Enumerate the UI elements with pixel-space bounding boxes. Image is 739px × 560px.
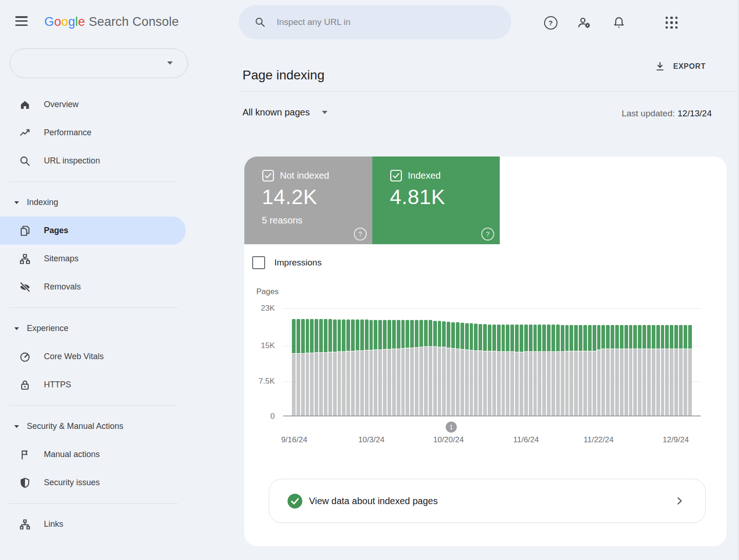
chart-bar[interactable] (679, 325, 683, 415)
chart-bar[interactable] (378, 320, 382, 415)
checkbox-checked-icon[interactable] (262, 169, 274, 182)
chart-bar[interactable] (433, 321, 437, 415)
chart-bar[interactable] (310, 319, 314, 415)
summary-tile-indexed[interactable]: Indexed4.81K? (372, 157, 500, 244)
chart-bar[interactable] (551, 325, 555, 415)
sidebar-item-security-issues[interactable]: Security issues (0, 469, 222, 497)
chart-bar[interactable] (488, 325, 491, 415)
sidebar-section-security-manual-actions[interactable]: Security & Manual Actions (0, 412, 222, 440)
chart-bar[interactable] (346, 319, 350, 415)
chart-bar[interactable] (533, 325, 537, 415)
chart-bar[interactable] (351, 319, 355, 415)
chart-bar[interactable] (492, 325, 496, 415)
chart-bar[interactable] (342, 319, 345, 415)
chart-annotation-marker[interactable]: 1 (446, 422, 457, 433)
chart-bar[interactable] (611, 325, 614, 415)
chart-bar[interactable] (388, 320, 391, 415)
checkbox-unchecked-icon[interactable] (252, 256, 265, 269)
scope-dropdown[interactable]: All known pages (242, 107, 327, 118)
app-logo[interactable]: GoogleSearch Console (44, 15, 179, 29)
chart-bar[interactable] (638, 325, 642, 415)
sidebar-item-https[interactable]: HTTPS (0, 371, 222, 399)
chart-bar[interactable] (397, 320, 400, 415)
summary-tile-not-indexed[interactable]: Not indexed14.2K5 reasons? (244, 157, 372, 244)
chart-bar[interactable] (328, 319, 332, 415)
chart-bar[interactable] (674, 325, 678, 415)
chart-bar[interactable] (470, 323, 473, 415)
help-icon[interactable]: ? (354, 228, 367, 241)
chart-bar[interactable] (301, 319, 305, 415)
chart-bar[interactable] (665, 325, 669, 415)
chart-bar[interactable] (647, 325, 651, 415)
help-icon[interactable]: ? (543, 15, 558, 30)
chart-bar[interactable] (556, 325, 560, 415)
property-selector[interactable] (10, 48, 188, 78)
sidebar-item-performance[interactable]: Performance (0, 119, 222, 147)
chart-bar[interactable] (633, 325, 637, 415)
chart-bar[interactable] (419, 320, 423, 415)
chart-bar[interactable] (593, 325, 596, 415)
account-settings-icon[interactable] (576, 15, 591, 30)
chart-bar[interactable] (606, 325, 610, 415)
sidebar-item-overview[interactable]: Overview (0, 90, 222, 119)
chart-bar[interactable] (524, 325, 528, 415)
chart-bar[interactable] (429, 320, 432, 415)
chart-bar[interactable] (661, 325, 665, 415)
chart-bar[interactable] (374, 320, 377, 415)
chart-bar[interactable] (670, 325, 673, 415)
chart-bar[interactable] (365, 319, 369, 415)
chart-bar[interactable] (297, 319, 300, 415)
chart-bar[interactable] (392, 320, 396, 415)
chart-bar[interactable] (356, 319, 359, 415)
chart-bar[interactable] (601, 325, 605, 415)
sidebar-item-removals[interactable]: Removals (0, 273, 222, 301)
sidebar-item-url-inspection[interactable]: URL inspection (0, 147, 222, 175)
chart-bar[interactable] (324, 319, 327, 415)
notifications-icon[interactable] (612, 15, 626, 30)
chart-bar[interactable] (406, 320, 409, 415)
chart-bar[interactable] (620, 325, 624, 415)
chart-bar[interactable] (451, 322, 455, 415)
chart-bar[interactable] (538, 325, 541, 415)
chart-bar[interactable] (474, 324, 478, 415)
chart-bar[interactable] (315, 319, 318, 415)
chart-bar[interactable] (588, 325, 592, 415)
chart-bar[interactable] (569, 325, 573, 415)
checkbox-checked-icon[interactable] (390, 169, 402, 182)
chart-bar[interactable] (547, 325, 551, 415)
chart-bar[interactable] (442, 321, 446, 415)
chart-bar[interactable] (401, 320, 405, 415)
chart-bar[interactable] (438, 321, 442, 415)
chart-bar[interactable] (520, 325, 523, 415)
sidebar-item-pages[interactable]: Pages (0, 217, 186, 245)
chart-bar[interactable] (447, 322, 450, 415)
chart-bar[interactable] (579, 325, 582, 415)
chart-bar[interactable] (542, 325, 546, 415)
chart-bar[interactable] (497, 325, 501, 415)
tile-subtext[interactable]: 5 reasons (262, 215, 303, 226)
apps-grid-icon[interactable] (664, 15, 679, 30)
chart-bar[interactable] (460, 323, 464, 415)
chart-bar[interactable] (688, 325, 692, 415)
chart-bar[interactable] (565, 325, 569, 415)
chart-bar[interactable] (642, 325, 646, 415)
chart-bar[interactable] (597, 325, 601, 415)
chart-bar[interactable] (515, 325, 519, 415)
export-button[interactable]: EXPORT (654, 61, 706, 72)
chart-bar[interactable] (479, 324, 482, 415)
chart-bar[interactable] (456, 322, 460, 415)
chart-bar[interactable] (333, 319, 337, 415)
sidebar-item-manual-actions[interactable]: Manual actions (0, 440, 222, 469)
sidebar-item-core-web-vitals[interactable]: Core Web Vitals (0, 343, 222, 371)
chart-bar[interactable] (629, 325, 633, 415)
chart-bar[interactable] (583, 325, 587, 415)
chart-bar[interactable] (370, 320, 373, 415)
chart-bar[interactable] (656, 325, 660, 415)
chart-bar[interactable] (410, 320, 414, 415)
sidebar-section-indexing[interactable]: Indexing (0, 188, 222, 217)
chart-bar[interactable] (506, 325, 509, 415)
chart-bar[interactable] (306, 319, 309, 415)
chart-bar[interactable] (510, 325, 514, 415)
help-icon[interactable]: ? (481, 228, 494, 241)
impressions-toggle[interactable]: Impressions (252, 256, 321, 269)
